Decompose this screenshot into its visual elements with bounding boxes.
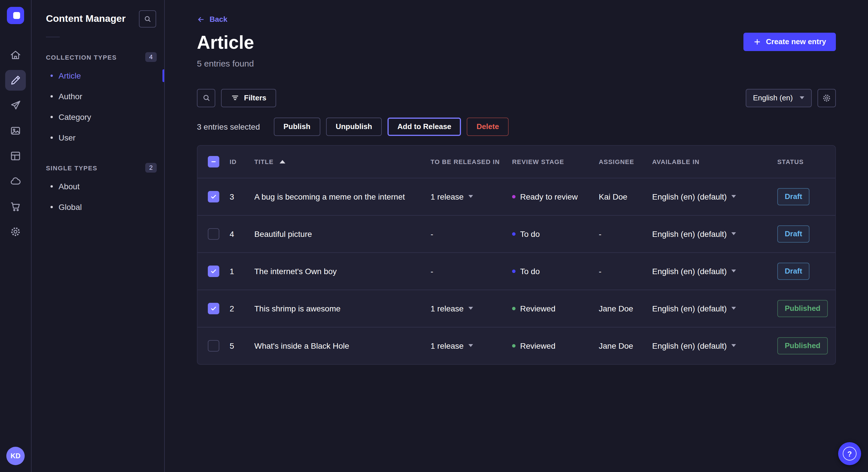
selection-count: 3 entries selected xyxy=(197,122,260,131)
sidebar-item-label: Article xyxy=(59,71,81,80)
publish-button[interactable]: Publish xyxy=(274,117,320,136)
table-row[interactable]: 3 A bug is becoming a meme on the intern… xyxy=(197,177,835,215)
row-id: 4 xyxy=(229,229,254,238)
table-row[interactable]: 4 Beautiful picture - To do - English (e… xyxy=(197,215,835,252)
subnav-title: Content Manager xyxy=(46,13,126,25)
help-button[interactable]: ? xyxy=(838,442,861,465)
check-icon xyxy=(210,268,217,274)
view-settings-button[interactable] xyxy=(817,89,836,107)
search-entries-button[interactable] xyxy=(197,89,215,107)
row-review-stage: To do xyxy=(512,266,599,276)
sidebar-item-author[interactable]: Author xyxy=(32,86,164,107)
chevron-down-icon xyxy=(800,96,804,99)
home-icon[interactable] xyxy=(5,45,26,65)
column-header-title[interactable]: TITLE xyxy=(254,158,431,165)
row-release-cell[interactable]: 1 release xyxy=(431,192,512,201)
single-types-section: Single Types 2 About Global xyxy=(32,163,164,217)
row-checkbox[interactable] xyxy=(208,228,219,239)
locale-select[interactable]: English (en) xyxy=(745,89,812,107)
deploy-cloud-icon[interactable] xyxy=(5,171,26,192)
row-title: A bug is becoming a meme on the internet xyxy=(254,192,431,201)
collection-types-count-badge: 4 xyxy=(145,52,157,62)
row-release-cell[interactable]: 1 release xyxy=(431,341,512,350)
create-new-entry-button[interactable]: Create new entry xyxy=(743,32,836,51)
back-arrow-icon xyxy=(197,15,205,23)
row-checkbox[interactable] xyxy=(208,191,219,202)
row-checkbox[interactable] xyxy=(208,265,219,277)
app-window: KD Content Manager Collection Types 4 Ar… xyxy=(0,0,868,472)
delete-button[interactable]: Delete xyxy=(467,117,508,136)
column-header-stage[interactable]: REVIEW STAGE xyxy=(512,158,599,165)
stage-dot-icon xyxy=(512,307,516,310)
row-locale-cell[interactable]: English (en) (default) xyxy=(652,304,777,313)
row-release-cell[interactable]: 1 release xyxy=(431,304,512,313)
chevron-down-icon xyxy=(468,344,473,347)
table-body: 3 A bug is becoming a meme on the intern… xyxy=(197,177,835,364)
bullet-icon xyxy=(51,185,53,188)
row-assignee: - xyxy=(599,266,652,276)
sidebar-item-global[interactable]: Global xyxy=(32,197,164,217)
row-title: The internet's Own boy xyxy=(254,266,431,276)
collection-types-section: Collection Types 4 Article Author Catego… xyxy=(32,52,164,148)
row-locale-cell[interactable]: English (en) (default) xyxy=(652,266,777,276)
row-checkbox[interactable] xyxy=(208,303,219,314)
chevron-down-icon xyxy=(732,270,736,272)
media-library-icon[interactable] xyxy=(5,121,26,141)
sidebar-item-user[interactable]: User xyxy=(32,127,164,148)
screenshot-stage: KD Content Manager Collection Types 4 Ar… xyxy=(0,0,868,472)
row-checkbox[interactable] xyxy=(208,340,219,351)
back-link[interactable]: Back xyxy=(197,15,227,24)
column-header-release[interactable]: TO BE RELEASED IN xyxy=(431,158,512,165)
filter-icon xyxy=(231,94,239,102)
sidebar-item-label: Category xyxy=(59,112,91,122)
content-manager-icon[interactable] xyxy=(5,70,26,91)
plus-icon xyxy=(753,38,761,45)
row-id: 1 xyxy=(229,266,254,276)
row-id: 2 xyxy=(229,304,254,313)
column-header-available[interactable]: AVAILABLE IN xyxy=(652,158,777,165)
select-all-checkbox[interactable] xyxy=(208,156,219,167)
check-icon xyxy=(210,305,217,312)
chevron-down-icon xyxy=(468,307,473,310)
row-locale-cell[interactable]: English (en) (default) xyxy=(652,192,777,201)
bullet-icon xyxy=(51,116,53,118)
settings-gear-icon[interactable] xyxy=(5,222,26,242)
page-title: Article xyxy=(197,32,254,53)
chevron-down-icon xyxy=(732,232,736,235)
chevron-down-icon xyxy=(732,307,736,310)
subnav-search-button[interactable] xyxy=(139,10,156,28)
sidebar-item-label: Author xyxy=(59,92,82,101)
table-row[interactable]: 2 This shrimp is awesome 1 release Revie… xyxy=(197,289,835,327)
row-review-stage: Ready to review xyxy=(512,192,599,201)
stage-dot-icon xyxy=(512,269,516,273)
releases-icon[interactable] xyxy=(5,95,26,116)
row-id: 5 xyxy=(229,341,254,350)
row-review-stage: To do xyxy=(512,229,599,238)
table-row[interactable]: 1 The internet's Own boy - To do - Engli… xyxy=(197,252,835,289)
sidebar-item-category[interactable]: Category xyxy=(32,107,164,127)
main-content: Back Article 5 entries found Create new … xyxy=(165,0,868,472)
column-header-assignee[interactable]: ASSIGNEE xyxy=(599,158,652,165)
unpublish-button[interactable]: Unpublish xyxy=(326,117,382,136)
column-header-id[interactable]: ID xyxy=(229,158,254,165)
row-locale-cell[interactable]: English (en) (default) xyxy=(652,341,777,350)
avatar[interactable]: KD xyxy=(6,447,25,465)
row-title: This shrimp is awesome xyxy=(254,304,431,313)
sidebar-item-article[interactable]: Article xyxy=(32,65,164,86)
add-to-release-button[interactable]: Add to Release xyxy=(388,117,461,136)
strapi-logo[interactable] xyxy=(7,7,24,24)
table-header-row: ID TITLE TO BE RELEASED IN REVIEW STAGE … xyxy=(197,145,835,177)
sidebar-item-about[interactable]: About xyxy=(32,176,164,197)
check-icon xyxy=(210,193,217,200)
bullet-icon xyxy=(51,206,53,208)
entries-count: 5 entries found xyxy=(197,58,254,68)
filters-button[interactable]: Filters xyxy=(221,89,276,107)
row-assignee: - xyxy=(599,229,652,238)
column-header-status[interactable]: STATUS xyxy=(777,158,835,165)
content-type-builder-icon[interactable] xyxy=(5,146,26,166)
strapi-logo-mark xyxy=(13,12,20,19)
marketplace-cart-icon[interactable] xyxy=(5,196,26,217)
sidebar-item-label: About xyxy=(59,182,80,191)
row-locale-cell[interactable]: English (en) (default) xyxy=(652,229,777,238)
table-row[interactable]: 5 What's inside a Black Hole 1 release R… xyxy=(197,327,835,364)
